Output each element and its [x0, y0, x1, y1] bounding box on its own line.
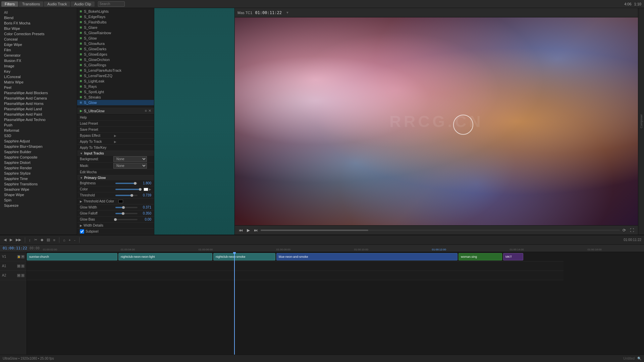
- save-preset-row[interactable]: Save Preset: [77, 127, 154, 133]
- tab-audio-track[interactable]: Audio Track: [44, 1, 70, 7]
- preset-item[interactable]: S_SpotLight: [77, 89, 154, 95]
- tab-filters[interactable]: Filters: [1, 1, 18, 7]
- clip-mkt[interactable]: MKT: [503, 253, 523, 260]
- effects-list-item[interactable]: Key: [0, 69, 77, 74]
- timeline-zoom-in[interactable]: +: [68, 237, 72, 243]
- preset-item-selected[interactable]: S_Glow: [77, 100, 154, 105]
- timeline-play-button[interactable]: ▶: [9, 237, 13, 243]
- effects-list-item[interactable]: Sapphire Composite: [0, 155, 77, 160]
- preview-progress-bar[interactable]: [261, 230, 620, 231]
- apply-title-row[interactable]: Apply To Title/Key: [77, 145, 154, 151]
- preset-item[interactable]: S_Rays: [77, 84, 154, 89]
- effects-list-item[interactable]: Shape Wipe: [0, 192, 77, 197]
- preset-item[interactable]: S_EdgeRays: [77, 14, 154, 19]
- fullscreen-button[interactable]: ⛶: [629, 227, 635, 233]
- effects-list-item[interactable]: Film: [0, 47, 77, 53]
- glow-falloff-value[interactable]: 0.350: [140, 212, 151, 215]
- clip-sunrise-church[interactable]: sunrise-church: [27, 253, 117, 260]
- preset-item[interactable]: S_Glow: [77, 36, 154, 41]
- primary-glow-section[interactable]: ▼ Primary Glow: [77, 175, 154, 180]
- effects-list-item[interactable]: Squeeze: [0, 203, 77, 208]
- effects-list-item[interactable]: Sapphire Builder: [0, 149, 77, 155]
- effects-list-item[interactable]: Blend: [0, 15, 77, 20]
- glow-bias-value[interactable]: 0.00: [140, 218, 151, 221]
- effects-list-item[interactable]: Sapphire Blur+Sharpen: [0, 144, 77, 149]
- a2-mute-icon[interactable]: M: [17, 274, 20, 277]
- preset-item[interactable]: S_LightLeak: [77, 78, 154, 84]
- preset-item[interactable]: S_FlashBulbs: [77, 19, 154, 25]
- preset-item[interactable]: S_LensFlareEZQ: [77, 73, 154, 78]
- effects-list-item[interactable]: Edge Wipe: [0, 42, 77, 47]
- glow-width-thumb[interactable]: [122, 206, 125, 209]
- input-tracks-section[interactable]: ▼ Input Tracks: [77, 151, 154, 156]
- effects-list-item[interactable]: Sapphire Render: [0, 165, 77, 171]
- preset-item[interactable]: S_GlowRainbow: [77, 30, 154, 36]
- timeline-back-button[interactable]: ◀: [3, 237, 7, 243]
- threshold-add-swatch[interactable]: [118, 200, 123, 203]
- loop-button[interactable]: ⟳: [621, 227, 627, 233]
- timeline-tool-1[interactable]: ↕: [28, 237, 32, 243]
- subpixel-checkbox[interactable]: [80, 229, 84, 234]
- clip-nightclub-smoke[interactable]: nightclub-neon-smoke: [213, 253, 275, 260]
- glow-bias-thumb[interactable]: [114, 218, 117, 221]
- threshold-track[interactable]: [115, 195, 138, 196]
- effects-list-item[interactable]: Reformat: [0, 128, 77, 133]
- search-input[interactable]: [98, 1, 125, 7]
- preset-item[interactable]: S_Glare: [77, 25, 154, 30]
- preset-item[interactable]: S_BokehLights: [77, 9, 154, 14]
- apply-track-row[interactable]: Apply To Track ▶: [77, 139, 154, 145]
- load-preset-row[interactable]: Load Preset: [77, 121, 154, 127]
- video-preview[interactable]: RRCG.CN: [235, 17, 638, 225]
- effects-list-item[interactable]: Boris FX Mocha: [0, 20, 77, 26]
- glow-width-value[interactable]: 0.371: [140, 205, 151, 209]
- timeline-forward-button[interactable]: ▶▶: [15, 237, 22, 243]
- effects-list-item[interactable]: PlasmaWipe Avid Camera: [0, 96, 77, 101]
- brightness-track[interactable]: [115, 183, 138, 184]
- preset-item[interactable]: S_GlowRings: [77, 62, 154, 68]
- v1-lock-icon[interactable]: 🔒: [17, 255, 20, 258]
- a2-solo-icon[interactable]: S: [21, 274, 24, 277]
- edit-mocha-row[interactable]: Edit Mocha: [77, 169, 154, 175]
- a1-solo-icon[interactable]: S: [21, 264, 24, 268]
- effect-menu-icon[interactable]: ≡: [145, 109, 147, 113]
- tab-audio-clip[interactable]: Audio Clip: [71, 1, 94, 7]
- preset-item[interactable]: S_GlowAura: [77, 41, 154, 46]
- effects-list-item[interactable]: PlasmaWipe Avid Paint: [0, 112, 77, 117]
- preset-item[interactable]: S_LensFlareAutoTrack: [77, 68, 154, 73]
- color-thumb[interactable]: [139, 188, 142, 191]
- effects-list-item[interactable]: L/Conceal: [0, 74, 77, 79]
- glow-falloff-track[interactable]: [115, 213, 138, 214]
- effects-list-item[interactable]: Sapphire Adjust: [0, 138, 77, 144]
- help-row[interactable]: Help: [77, 115, 154, 121]
- preset-item[interactable]: S_GlowDarks: [77, 46, 154, 52]
- threshold-value[interactable]: 0.739: [140, 193, 151, 197]
- preset-item[interactable]: S_GlowEdges: [77, 52, 154, 57]
- a1-mute-icon[interactable]: M: [17, 264, 20, 268]
- effects-list-item[interactable]: PlasmaWipe Avid Techno: [0, 117, 77, 122]
- timeline-tool-3[interactable]: ◆: [40, 237, 44, 243]
- effects-list-item[interactable]: Sapphire Transitions: [0, 181, 77, 187]
- effects-list-item[interactable]: Color Correction Presets: [0, 31, 77, 37]
- color-swatch[interactable]: [144, 188, 148, 191]
- play-button[interactable]: ▶: [246, 227, 251, 233]
- effects-list-item[interactable]: Illusion FX: [0, 58, 77, 63]
- brightness-thumb[interactable]: [134, 182, 137, 185]
- timeline-tool-2[interactable]: ✂: [33, 237, 38, 243]
- effects-list-item[interactable]: PlasmaWipe Avid Land: [0, 106, 77, 112]
- v1-visibility-icon[interactable]: 👁: [21, 255, 24, 258]
- effect-close-icon[interactable]: ✕: [148, 109, 151, 113]
- effects-list-item[interactable]: Seashore Wipe: [0, 187, 77, 192]
- tab-transitions[interactable]: Transitions: [19, 1, 43, 7]
- effects-list-item[interactable]: PlasmaWipe Avid Horns: [0, 101, 77, 106]
- timeline-tool-4[interactable]: ▤: [46, 237, 51, 243]
- timeline-snap-button[interactable]: ⌂: [62, 237, 66, 243]
- effects-list-item[interactable]: Spin: [0, 197, 77, 203]
- next-frame-button[interactable]: ⏭: [253, 227, 259, 233]
- glow-bias-track[interactable]: [115, 219, 138, 220]
- mask-select[interactable]: None: [113, 163, 147, 169]
- clip-nightclub-neon[interactable]: nightclub-neon-neon-light: [118, 253, 212, 260]
- effects-list-item[interactable]: S3D: [0, 133, 77, 138]
- effects-list-item[interactable]: Blur Wipe: [0, 26, 77, 31]
- bypass-effect-row[interactable]: Bypass Effect ▶: [77, 133, 154, 139]
- effects-list-item[interactable]: Push: [0, 122, 77, 128]
